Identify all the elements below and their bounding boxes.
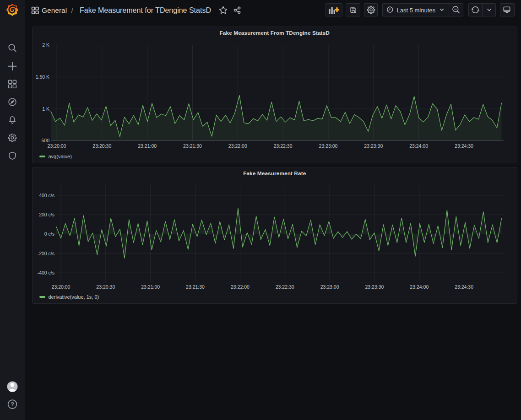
svg-text:23:20:00: 23:20:00 [52, 284, 71, 290]
svg-text:23:20:30: 23:20:30 [96, 284, 115, 290]
svg-text:23:24:00: 23:24:00 [410, 284, 429, 290]
svg-text:23:22:30: 23:22:30 [274, 143, 293, 149]
svg-text:23:21:30: 23:21:30 [186, 284, 205, 290]
svg-text:23:21:00: 23:21:00 [141, 284, 160, 290]
svg-text:1 K: 1 K [42, 106, 49, 112]
svg-text:23:20:00: 23:20:00 [48, 143, 66, 149]
svg-text:23:24:00: 23:24:00 [409, 143, 428, 149]
svg-text:23:24:30: 23:24:30 [455, 143, 473, 149]
svg-text:23:23:30: 23:23:30 [364, 143, 383, 149]
svg-text:400 c/s: 400 c/s [39, 193, 54, 198]
svg-text:500: 500 [41, 138, 49, 143]
svg-text:23:23:00: 23:23:00 [319, 143, 338, 149]
svg-text:23:21:00: 23:21:00 [138, 143, 157, 149]
svg-text:0 c/s: 0 c/s [44, 231, 54, 237]
svg-text:1.50 K: 1.50 K [36, 74, 49, 80]
svg-text:2 K: 2 K [42, 42, 49, 48]
svg-text:23:21:30: 23:21:30 [183, 143, 202, 149]
svg-text:-400 c/s: -400 c/s [38, 270, 54, 275]
svg-text:?: ? [11, 401, 14, 408]
svg-text:23:23:30: 23:23:30 [365, 284, 384, 290]
svg-text:23:23:00: 23:23:00 [320, 284, 339, 290]
svg-text:23:22:00: 23:22:00 [228, 143, 247, 149]
svg-text:23:22:30: 23:22:30 [276, 284, 294, 290]
svg-text:23:22:00: 23:22:00 [231, 284, 250, 290]
svg-text:200 c/s: 200 c/s [39, 212, 54, 217]
svg-text:23:20:30: 23:20:30 [92, 143, 111, 149]
svg-text:-200 c/s: -200 c/s [38, 251, 54, 256]
svg-text:23:24:30: 23:24:30 [455, 284, 473, 290]
